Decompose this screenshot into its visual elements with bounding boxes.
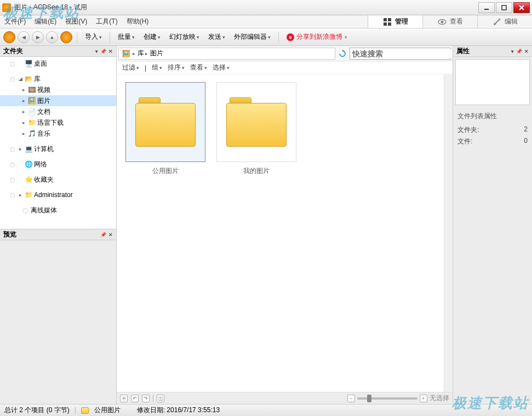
zoom-out-button[interactable]: − (347, 395, 355, 402)
compare-button[interactable]: ◫ (157, 395, 164, 402)
tree-favorites[interactable]: ▢⭐收藏夹 (0, 174, 116, 185)
tree-admin[interactable]: ▢▸📁Administrator (0, 189, 116, 200)
thumb-label: 公用图片 (152, 166, 179, 176)
tree-music[interactable]: ▸🎵音乐 (0, 128, 116, 139)
document-icon: 📄 (27, 107, 36, 116)
filter-bar: 过滤▾ | 组▾ 排序▾ 查看▾ 选择▾ (117, 61, 453, 74)
property-section-title: 文件列表属性 (457, 112, 528, 121)
zoom-label: 无选择 (430, 394, 449, 403)
thumb-label: 我的图片 (243, 166, 270, 176)
vertical-scrollbar[interactable] (444, 74, 453, 392)
menu-help[interactable]: 帮助(H) (122, 15, 153, 28)
back-button[interactable]: ◀ (18, 31, 30, 43)
sort-dropdown[interactable]: 排序▾ (168, 63, 185, 72)
prop-file-label: 文件: (457, 137, 472, 146)
tree-desktop[interactable]: ▢🖥️桌面 (0, 58, 116, 69)
eye-icon (438, 18, 447, 26)
network-icon: 🌐 (24, 160, 33, 169)
music-icon: 🎵 (27, 129, 36, 138)
tree-offline[interactable]: ◌离线媒体 (0, 205, 116, 216)
status-modified: 修改日期: 2016/7/17 3:55:13 (137, 406, 220, 415)
mode-view[interactable]: 查看 (422, 15, 477, 28)
zoom-slider[interactable] (357, 397, 417, 400)
grid-icon (383, 18, 392, 26)
refresh-button[interactable] (337, 48, 348, 59)
minimize-button[interactable] (478, 2, 495, 13)
app-icon (2, 3, 11, 12)
view-dropdown[interactable]: 查看▾ (190, 63, 207, 72)
weibo-icon: e (287, 33, 294, 41)
slideshow-dropdown[interactable]: 幻灯放映▾ (166, 31, 203, 43)
breadcrumb-path[interactable]: 🖼️ ▸ 库▸ 图片 (118, 48, 335, 60)
search-input[interactable] (350, 49, 457, 58)
expand-icon[interactable]: ▸ (21, 98, 26, 103)
pane-close-icon[interactable]: ✕ (108, 232, 113, 238)
tools-icon (493, 18, 501, 26)
thumb-my-pictures[interactable]: 我的图片 (215, 82, 298, 176)
breadcrumb-pics[interactable]: 图片 (150, 49, 163, 58)
menu-edit[interactable]: 编辑(E) (30, 15, 61, 28)
collapse-icon[interactable]: ◢ (18, 76, 23, 82)
forward-button[interactable]: ▶ (32, 31, 44, 43)
download-folder-icon: 📁 (27, 118, 36, 127)
batch-dropdown[interactable]: 批量▾ (115, 31, 138, 43)
folder-icon (81, 407, 89, 414)
pane-close-icon[interactable]: ✕ (108, 49, 113, 54)
mode-edit[interactable]: 编辑 (477, 15, 532, 28)
tree-pictures[interactable]: ▸🖼️图片 (0, 95, 116, 106)
pane-dropdown-icon[interactable]: ▾ (511, 49, 514, 54)
pin-icon[interactable]: 📌 (516, 49, 522, 54)
expand-icon[interactable]: ▸ (18, 146, 23, 152)
tree-xunlei[interactable]: ▸📁迅雷下载 (0, 117, 116, 128)
group-dropdown[interactable]: 组▾ (152, 63, 162, 72)
tree-library[interactable]: ▢◢📂库 (0, 73, 116, 84)
tree-documents[interactable]: ▸📄文档 (0, 106, 116, 117)
maximize-button[interactable] (496, 2, 512, 13)
import-dropdown[interactable]: 导入▾ (82, 31, 105, 43)
tag-button[interactable]: ⎘ (120, 395, 128, 402)
expand-icon[interactable]: ▸ (21, 120, 26, 125)
close-button[interactable] (513, 2, 530, 13)
menu-tools[interactable]: 工具(T) (91, 15, 122, 28)
nav-button[interactable] (60, 31, 72, 43)
pin-icon[interactable]: 📌 (100, 49, 106, 54)
rotate-right-button[interactable]: ↷ (142, 395, 150, 402)
menu-view[interactable]: 视图(V) (61, 15, 91, 28)
property-preview (455, 59, 530, 105)
expand-icon[interactable]: ▸ (21, 109, 26, 114)
status-total: 总计 2 个项目 (0 字节) (4, 406, 70, 415)
shield-icon: ▢ (10, 177, 16, 183)
home-button[interactable] (3, 31, 15, 43)
quick-search[interactable]: ▾ (350, 48, 451, 60)
select-dropdown[interactable]: 选择▾ (213, 63, 230, 72)
up-button[interactable]: ▲ (46, 31, 58, 43)
expand-icon[interactable]: ▸ (21, 131, 26, 136)
thumbnail-area[interactable]: 公用图片 我的图片 (117, 74, 453, 392)
properties-pane-header: 属性 ▾📌✕ (453, 46, 532, 57)
breadcrumb-lib[interactable]: 库▸ (138, 49, 148, 58)
pin-icon[interactable]: 📌 (100, 232, 106, 238)
share-weibo-button[interactable]: e 分享到新浪微博▾ (283, 32, 351, 42)
folder-tree: ▢🖥️桌面 ▢◢📂库 ▸🎞️视频 ▸🖼️图片 ▸📄文档 ▸📁迅雷下载 ▸🎵音乐 … (0, 57, 116, 229)
thumb-public-pictures[interactable]: 公用图片 (124, 82, 207, 176)
property-list: 文件列表属性 文件夹:2 文件:0 (453, 107, 532, 152)
breadcrumb-bar: 🖼️ ▸ 库▸ 图片 ▾ (117, 46, 453, 61)
filter-dropdown[interactable]: 过滤▾ (122, 63, 139, 72)
zoom-in-button[interactable]: + (420, 395, 427, 402)
create-dropdown[interactable]: 创建▾ (140, 31, 164, 43)
tree-network[interactable]: ▢🌐网络 (0, 159, 116, 170)
tree-video[interactable]: ▸🎞️视频 (0, 84, 116, 95)
offline-icon: ◌ (21, 206, 30, 215)
pane-close-icon[interactable]: ✕ (524, 49, 529, 54)
menu-file[interactable]: 文件(F) (0, 15, 30, 28)
pane-dropdown-icon[interactable]: ▾ (95, 49, 98, 54)
tree-computer[interactable]: ▢▸💻计算机 (0, 143, 116, 154)
mode-manage[interactable]: 管理 (368, 15, 422, 28)
rotate-left-button[interactable]: ↶ (131, 395, 139, 402)
expand-icon[interactable]: ▸ (18, 192, 23, 198)
expand-icon[interactable]: ▸ (21, 87, 26, 93)
picture-icon: 🖼️ (27, 96, 36, 105)
external-editor-dropdown[interactable]: 外部编辑器▾ (231, 31, 274, 43)
send-dropdown[interactable]: 发送▾ (205, 31, 228, 43)
prop-file-count: 0 (524, 137, 528, 146)
